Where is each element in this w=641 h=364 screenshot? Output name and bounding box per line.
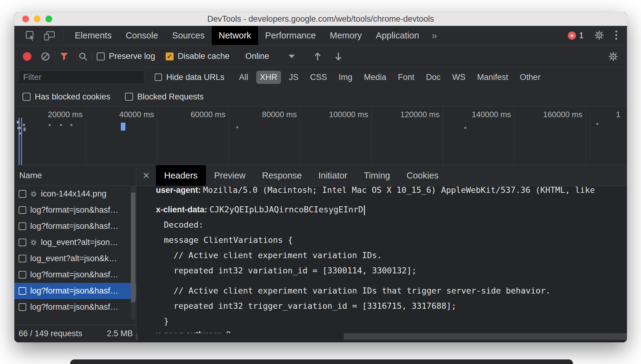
disable-cache-checkbox[interactable]: ✓ Disable cache bbox=[166, 52, 230, 61]
device-toolbar-button[interactable] bbox=[40, 26, 59, 45]
devtools-window: DevTools - developers.google.com/web/too… bbox=[14, 12, 627, 342]
request-row[interactable]: log?format=json&hasf… bbox=[14, 267, 136, 283]
gridline bbox=[157, 107, 157, 165]
import-har-button[interactable] bbox=[313, 52, 322, 61]
overview-mark bbox=[49, 124, 51, 126]
checkbox-unchecked[interactable] bbox=[23, 93, 31, 101]
close-button[interactable] bbox=[22, 16, 29, 22]
type-filter-manifest[interactable]: Manifest bbox=[474, 71, 512, 84]
type-filter-img[interactable]: Img bbox=[335, 71, 356, 84]
inspect-element-button[interactable] bbox=[21, 26, 40, 45]
tab-initiator[interactable]: Initiator bbox=[310, 165, 355, 186]
zoom-button[interactable] bbox=[45, 16, 52, 22]
request-name: log?format=json&hasf… bbox=[30, 302, 118, 312]
request-row[interactable]: icon-144x144.png bbox=[14, 186, 136, 202]
type-filter-media[interactable]: Media bbox=[360, 71, 390, 84]
more-tabs-chevron[interactable]: » bbox=[426, 30, 443, 41]
request-row[interactable]: log_event?alt=json… bbox=[14, 234, 136, 250]
request-checkbox[interactable] bbox=[19, 206, 26, 214]
main-tabbar: Elements Console Sources Network Perform… bbox=[14, 26, 627, 45]
request-checkbox[interactable] bbox=[19, 255, 26, 262]
request-row[interactable]: log?format=json&hasf… bbox=[14, 218, 136, 234]
tab-application[interactable]: Application bbox=[369, 26, 426, 45]
toolbar-divider bbox=[92, 51, 92, 62]
request-name: log?format=json&hasf… bbox=[30, 286, 118, 296]
request-row-selected[interactable]: log?format=json&hasf… bbox=[14, 283, 136, 299]
hide-data-urls-label: Hide data URLs bbox=[166, 73, 225, 82]
preserve-log-checkbox[interactable]: Preserve log bbox=[97, 52, 155, 61]
inspect-cursor-icon bbox=[25, 30, 36, 41]
filter-input[interactable] bbox=[19, 70, 144, 84]
clear-icon bbox=[41, 52, 50, 61]
tab-cookies[interactable]: Cookies bbox=[398, 165, 447, 186]
time-label: 20000 ms bbox=[16, 110, 83, 119]
request-row[interactable]: log?format=json&hasf… bbox=[14, 202, 136, 218]
overview-mark bbox=[60, 124, 62, 126]
tab-network[interactable]: Network bbox=[212, 26, 258, 45]
request-row[interactable]: log_event?alt=json&k… bbox=[14, 250, 136, 267]
request-row[interactable]: log?format=json&hasf… bbox=[14, 299, 136, 315]
type-filter-css[interactable]: CSS bbox=[306, 71, 331, 84]
details-scrollbar-thumb[interactable] bbox=[138, 333, 344, 340]
tab-sources[interactable]: Sources bbox=[165, 26, 211, 45]
clear-button[interactable] bbox=[41, 52, 50, 61]
name-column-header[interactable]: Name bbox=[14, 165, 136, 186]
network-settings-button[interactable] bbox=[608, 51, 618, 62]
request-checkbox[interactable] bbox=[19, 287, 26, 295]
throttling-dropdown[interactable]: Online bbox=[245, 52, 295, 61]
error-indicator[interactable]: × 1 bbox=[568, 31, 584, 40]
decoded-label: Decoded: bbox=[164, 217, 627, 232]
details-tabbar: × Headers Preview Response Initiator Tim… bbox=[136, 165, 627, 186]
overview-mark bbox=[236, 126, 238, 128]
type-filter-other[interactable]: Other bbox=[516, 71, 544, 84]
requests-scrollbar-thumb[interactable] bbox=[131, 193, 135, 302]
checkbox-unchecked[interactable] bbox=[97, 52, 105, 60]
checkbox-unchecked[interactable] bbox=[155, 74, 162, 81]
overview-selected-request-mark bbox=[121, 123, 125, 131]
request-checkbox[interactable] bbox=[19, 239, 26, 246]
tab-performance[interactable]: Performance bbox=[258, 26, 323, 45]
gear-icon bbox=[594, 30, 604, 40]
upload-arrow-icon bbox=[313, 52, 322, 61]
type-filter-ws[interactable]: WS bbox=[448, 71, 469, 84]
tab-preview[interactable]: Preview bbox=[206, 165, 254, 186]
type-filter-doc[interactable]: Doc bbox=[422, 71, 444, 84]
device-toolbar-icon bbox=[44, 31, 55, 41]
tab-console[interactable]: Console bbox=[119, 26, 165, 45]
settings-button[interactable] bbox=[594, 30, 604, 41]
tab-headers[interactable]: Headers bbox=[156, 165, 206, 186]
record-button[interactable] bbox=[23, 52, 31, 61]
request-checkbox[interactable] bbox=[19, 303, 26, 311]
tab-response[interactable]: Response bbox=[254, 165, 310, 186]
type-filter-font[interactable]: Font bbox=[394, 71, 418, 84]
type-filter-all[interactable]: All bbox=[236, 71, 252, 84]
network-overview[interactable]: 20000 ms 40000 ms 60000 ms 80000 ms 1000… bbox=[14, 106, 627, 165]
time-label: 120000 ms bbox=[373, 110, 440, 119]
export-har-button[interactable] bbox=[334, 52, 343, 61]
request-checkbox[interactable] bbox=[19, 190, 26, 198]
checkbox-checked[interactable]: ✓ bbox=[166, 52, 174, 60]
blocked-requests-checkbox[interactable]: Blocked Requests bbox=[125, 92, 204, 102]
error-count: 1 bbox=[579, 31, 584, 40]
requests-summary-bar: 66 / 149 requests 2.5 MB bbox=[14, 325, 136, 342]
has-blocked-cookies-checkbox[interactable]: Has blocked cookies bbox=[23, 92, 110, 102]
resource-type-filters: All XHR JS CSS Img Media Font Doc WS Man… bbox=[236, 71, 544, 84]
hide-data-urls-checkbox[interactable]: Hide data URLs bbox=[155, 73, 225, 82]
request-checkbox[interactable] bbox=[19, 271, 26, 279]
filter-toggle-button[interactable] bbox=[59, 52, 69, 61]
gridline bbox=[514, 107, 514, 165]
close-details-button[interactable]: × bbox=[136, 169, 156, 182]
transferred-size: 2.5 MB bbox=[107, 329, 133, 338]
overview-mark bbox=[19, 118, 20, 165]
request-checkbox[interactable] bbox=[19, 222, 26, 230]
search-button[interactable] bbox=[78, 52, 88, 61]
minimize-button[interactable] bbox=[34, 16, 41, 22]
kebab-menu-button[interactable] bbox=[615, 30, 618, 42]
type-filter-js[interactable]: JS bbox=[285, 71, 302, 84]
tab-timing[interactable]: Timing bbox=[355, 165, 398, 186]
tab-memory[interactable]: Memory bbox=[323, 26, 369, 45]
type-filter-xhr[interactable]: XHR bbox=[256, 71, 281, 84]
preserve-log-label: Preserve log bbox=[109, 52, 155, 61]
checkbox-unchecked[interactable] bbox=[125, 93, 133, 101]
tab-elements[interactable]: Elements bbox=[68, 26, 119, 45]
